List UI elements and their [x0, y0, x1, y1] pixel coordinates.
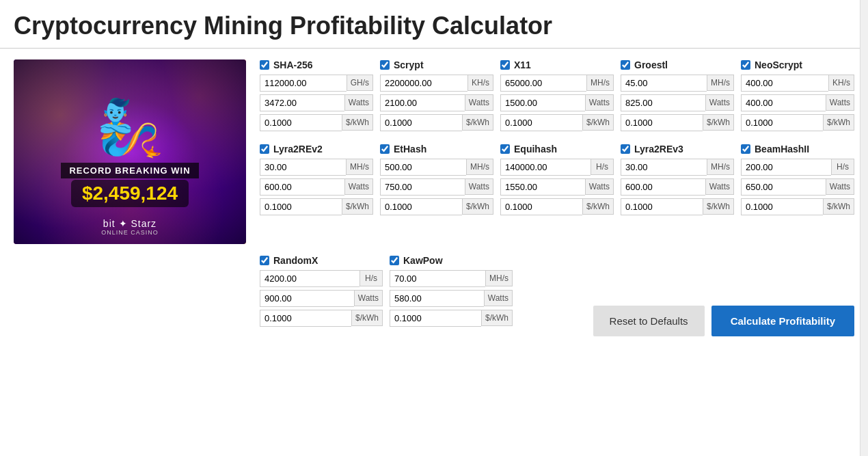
algo-cost-input-kawpow[interactable]	[390, 310, 481, 327]
algo-checkbox-lyra2rev3[interactable]	[621, 144, 630, 154]
algo-power-input-groestl[interactable]	[621, 94, 705, 111]
algo-power-input-x11[interactable]	[500, 94, 585, 111]
algo-hashrate-unit-kawpow: MH/s	[485, 270, 513, 286]
algo-power-unit-sha256: Watts	[344, 94, 373, 111]
algo-cost-unit-sha256: $/kWh	[342, 114, 373, 131]
ad-amount: $2,459,124	[71, 180, 189, 207]
algo-name-ethash: EtHash	[394, 144, 426, 155]
algo-power-input-randomx[interactable]	[260, 290, 354, 307]
reset-button[interactable]: Reset to Defaults	[593, 306, 705, 336]
algo-power-unit-neoscrypt: Watts	[826, 94, 854, 111]
algo-cost-unit-lyra2rev3: $/kWh	[703, 198, 734, 215]
algo-power-input-lyra2rev3[interactable]	[621, 178, 705, 196]
algo-power-input-sha256[interactable]	[260, 94, 344, 111]
algo-cost-input-neoscrypt[interactable]	[741, 114, 823, 131]
algo-block-randomx: RandomXH/sWatts$/kWh	[260, 255, 383, 330]
algo-block-groestl: GroestlMH/sWatts$/kWh	[621, 59, 734, 134]
algo-cost-input-x11[interactable]	[500, 114, 582, 131]
algo-power-input-scrypt[interactable]	[380, 94, 465, 111]
ad-logo: bit ✦ Starz ONLINE CASINO	[101, 218, 159, 236]
algo-cost-unit-ethash: $/kWh	[462, 198, 493, 215]
algo-hashrate-input-ethash[interactable]	[380, 159, 466, 176]
algo-hashrate-input-lyra2rev2[interactable]	[260, 159, 346, 176]
algo-cost-input-sha256[interactable]	[260, 114, 342, 131]
algo-hashrate-unit-beamhashii: H/s	[831, 159, 854, 175]
algo-hashrate-unit-lyra2rev2: MH/s	[346, 159, 373, 175]
algo-power-unit-equihash: Watts	[585, 178, 614, 195]
algo-checkbox-kawpow[interactable]	[390, 256, 399, 265]
algo-hashrate-unit-randomx: H/s	[360, 270, 383, 286]
algo-power-input-kawpow[interactable]	[390, 290, 484, 307]
algo-name-groestl: Groestl	[634, 59, 668, 70]
algo-checkbox-lyra2rev2[interactable]	[260, 144, 269, 154]
ad-record-label: RECORD BREAKING WIN	[61, 163, 198, 178]
algo-cost-input-ethash[interactable]	[380, 198, 462, 215]
algo-name-kawpow: KawPow	[403, 255, 443, 266]
algo-hashrate-input-sha256[interactable]	[260, 75, 347, 92]
algo-power-input-neoscrypt[interactable]	[741, 94, 826, 111]
algo-cost-unit-groestl: $/kWh	[703, 114, 734, 131]
algo-cost-input-lyra2rev3[interactable]	[621, 198, 703, 215]
algo-hashrate-unit-x11: MH/s	[586, 75, 614, 91]
algo-power-unit-randomx: Watts	[354, 290, 383, 306]
algo-name-lyra2rev2: Lyra2REv2	[273, 144, 323, 155]
algo-block-scrypt: ScryptKH/sWatts$/kWh	[380, 59, 493, 134]
algo-checkbox-randomx[interactable]	[260, 256, 269, 265]
algo-hashrate-unit-scrypt: KH/s	[467, 75, 493, 91]
algo-hashrate-input-neoscrypt[interactable]	[741, 75, 828, 92]
algo-power-unit-groestl: Watts	[705, 94, 734, 111]
algo-power-unit-kawpow: Watts	[484, 290, 513, 306]
algo-block-ethash: EtHashMH/sWatts$/kWh	[380, 144, 493, 218]
algo-checkbox-x11[interactable]	[500, 60, 510, 70]
algo-hashrate-input-x11[interactable]	[500, 75, 586, 92]
algo-checkbox-neoscrypt[interactable]	[741, 60, 750, 70]
algo-power-input-equihash[interactable]	[500, 178, 585, 196]
algo-hashrate-input-kawpow[interactable]	[390, 270, 485, 287]
algo-cost-unit-beamhashii: $/kWh	[823, 198, 854, 215]
algo-checkbox-groestl[interactable]	[621, 60, 630, 70]
algo-cost-input-lyra2rev2[interactable]	[260, 198, 342, 215]
algo-cost-input-randomx[interactable]	[260, 310, 351, 327]
algo-name-neoscrypt: NeoScrypt	[755, 59, 802, 70]
algo-hashrate-unit-sha256: GH/s	[347, 75, 373, 91]
page-title: Cryptocurrency Mining Profitability Calc…	[0, 0, 868, 49]
algo-hashrate-input-scrypt[interactable]	[380, 75, 467, 92]
calculate-button[interactable]: Calculate Profitability	[711, 306, 854, 336]
top-algorithms-grid: SHA-256GH/sWatts$/kWhScryptKH/sWatts$/kW…	[260, 59, 854, 244]
algo-hashrate-input-randomx[interactable]	[260, 270, 360, 287]
algo-hashrate-unit-neoscrypt: KH/s	[828, 75, 854, 91]
algo-power-input-ethash[interactable]	[380, 178, 465, 196]
algo-hashrate-input-equihash[interactable]	[500, 159, 591, 176]
algo-block-lyra2rev2: Lyra2REv2MH/sWatts$/kWh	[260, 144, 373, 218]
algo-power-unit-ethash: Watts	[465, 178, 493, 195]
algo-cost-unit-lyra2rev2: $/kWh	[342, 198, 373, 215]
algo-name-lyra2rev3: Lyra2REv3	[634, 144, 683, 155]
algo-block-beamhashii: BeamHashIIH/sWatts$/kWh	[741, 144, 854, 218]
algo-cost-input-equihash[interactable]	[500, 198, 582, 215]
algo-name-x11: X11	[514, 59, 531, 70]
algo-checkbox-equihash[interactable]	[500, 144, 510, 154]
ad-banner[interactable]: 🧞 RECORD BREAKING WIN $2,459,124 bit ✦ S…	[14, 59, 246, 244]
algo-cost-input-beamhashii[interactable]	[741, 198, 823, 215]
algo-cost-input-scrypt[interactable]	[380, 114, 462, 131]
algo-cost-unit-kawpow: $/kWh	[481, 310, 513, 326]
algo-hashrate-unit-equihash: H/s	[591, 159, 614, 175]
algo-cost-unit-x11: $/kWh	[582, 114, 614, 131]
algo-checkbox-ethash[interactable]	[380, 144, 390, 154]
algo-hashrate-input-beamhashii[interactable]	[741, 159, 831, 176]
algo-cost-input-groestl[interactable]	[621, 114, 703, 131]
algo-block-lyra2rev3: Lyra2REv3MH/sWatts$/kWh	[621, 144, 734, 218]
footer-buttons: Reset to Defaults Calculate Profitabilit…	[526, 255, 854, 339]
algo-name-beamhashii: BeamHashII	[755, 144, 809, 155]
algo-cost-unit-equihash: $/kWh	[582, 198, 614, 215]
algo-power-input-beamhashii[interactable]	[741, 178, 826, 196]
algo-checkbox-beamhashii[interactable]	[741, 144, 750, 154]
algo-power-input-lyra2rev2[interactable]	[260, 178, 344, 196]
scrollbar[interactable]	[860, 0, 868, 350]
algo-checkbox-scrypt[interactable]	[380, 60, 390, 70]
algo-hashrate-input-lyra2rev3[interactable]	[621, 159, 707, 176]
algo-checkbox-sha256[interactable]	[260, 60, 269, 70]
algo-name-scrypt: Scrypt	[394, 59, 424, 70]
algo-block-sha256: SHA-256GH/sWatts$/kWh	[260, 59, 373, 134]
algo-hashrate-input-groestl[interactable]	[621, 75, 707, 92]
